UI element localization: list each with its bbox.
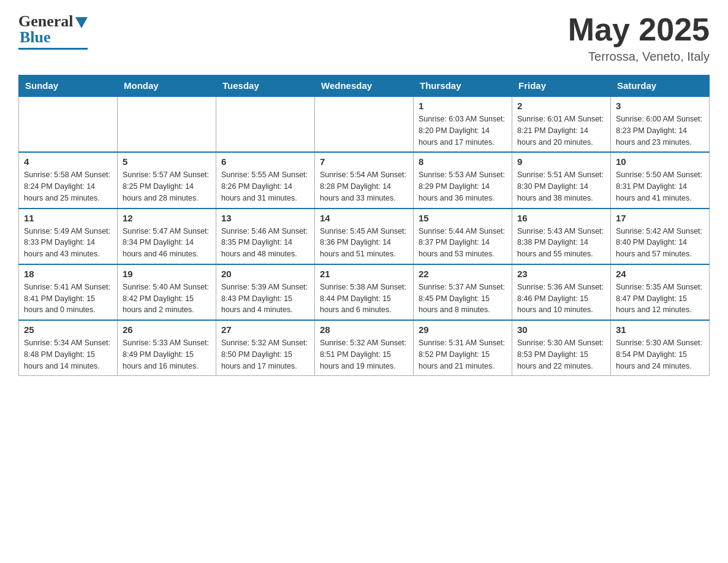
day-info: Sunrise: 5:40 AM Sunset: 8:42 PM Dayligh…: [123, 282, 211, 316]
day-number: 11: [24, 213, 112, 223]
calendar-cell: 13Sunrise: 5:46 AM Sunset: 8:35 PM Dayli…: [216, 209, 315, 264]
calendar-cell: 5Sunrise: 5:57 AM Sunset: 8:25 PM Daylig…: [118, 152, 216, 208]
day-number: 20: [221, 269, 309, 279]
weekday-header-saturday: Saturday: [611, 75, 710, 97]
calendar-cell: [118, 96, 216, 152]
day-number: 17: [616, 213, 704, 223]
calendar-header-row: SundayMondayTuesdayWednesdayThursdayFrid…: [19, 75, 710, 97]
day-info: Sunrise: 5:45 AM Sunset: 8:36 PM Dayligh…: [320, 226, 408, 260]
day-number: 30: [517, 324, 605, 335]
calendar-week-row: 11Sunrise: 5:49 AM Sunset: 8:33 PM Dayli…: [19, 209, 710, 264]
calendar-cell: 23Sunrise: 5:36 AM Sunset: 8:46 PM Dayli…: [512, 264, 611, 320]
day-info: Sunrise: 5:47 AM Sunset: 8:34 PM Dayligh…: [123, 226, 211, 260]
day-number: 15: [419, 213, 507, 223]
weekday-header-monday: Monday: [118, 75, 216, 97]
day-number: 7: [320, 156, 408, 167]
calendar-cell: 25Sunrise: 5:34 AM Sunset: 8:48 PM Dayli…: [19, 320, 118, 376]
weekday-header-tuesday: Tuesday: [216, 75, 315, 97]
day-info: Sunrise: 5:41 AM Sunset: 8:41 PM Dayligh…: [24, 282, 112, 316]
day-number: 16: [517, 213, 605, 223]
day-number: 31: [616, 324, 704, 335]
logo-text-blue: Blue: [20, 28, 51, 47]
day-info: Sunrise: 5:30 AM Sunset: 8:54 PM Dayligh…: [616, 337, 704, 372]
day-number: 9: [517, 156, 605, 167]
calendar-cell: 26Sunrise: 5:33 AM Sunset: 8:49 PM Dayli…: [118, 320, 216, 376]
calendar-cell: [19, 96, 118, 152]
day-info: Sunrise: 5:32 AM Sunset: 8:50 PM Dayligh…: [221, 337, 309, 372]
day-info: Sunrise: 5:34 AM Sunset: 8:48 PM Dayligh…: [24, 337, 112, 372]
day-info: Sunrise: 5:38 AM Sunset: 8:44 PM Dayligh…: [320, 282, 408, 316]
calendar-cell: 27Sunrise: 5:32 AM Sunset: 8:50 PM Dayli…: [216, 320, 315, 376]
day-number: 2: [517, 101, 605, 111]
day-info: Sunrise: 5:51 AM Sunset: 8:30 PM Dayligh…: [517, 169, 605, 204]
day-info: Sunrise: 5:58 AM Sunset: 8:24 PM Dayligh…: [24, 169, 112, 204]
calendar-cell: 24Sunrise: 5:35 AM Sunset: 8:47 PM Dayli…: [611, 264, 710, 320]
weekday-header-thursday: Thursday: [414, 75, 512, 97]
weekday-header-friday: Friday: [512, 75, 611, 97]
day-info: Sunrise: 6:00 AM Sunset: 8:23 PM Dayligh…: [616, 113, 704, 148]
logo: General Blue: [18, 12, 88, 50]
title-location: Terrossa, Veneto, Italy: [568, 50, 710, 64]
day-info: Sunrise: 5:46 AM Sunset: 8:35 PM Dayligh…: [221, 226, 309, 260]
calendar-cell: 1Sunrise: 6:03 AM Sunset: 8:20 PM Daylig…: [414, 96, 512, 152]
calendar-week-row: 18Sunrise: 5:41 AM Sunset: 8:41 PM Dayli…: [19, 264, 710, 320]
day-number: 5: [123, 156, 211, 167]
calendar-cell: 31Sunrise: 5:30 AM Sunset: 8:54 PM Dayli…: [611, 320, 710, 376]
calendar-cell: 19Sunrise: 5:40 AM Sunset: 8:42 PM Dayli…: [118, 264, 216, 320]
day-number: 26: [123, 324, 211, 335]
calendar-cell: 29Sunrise: 5:31 AM Sunset: 8:52 PM Dayli…: [414, 320, 512, 376]
day-info: Sunrise: 5:31 AM Sunset: 8:52 PM Dayligh…: [419, 337, 507, 372]
calendar-cell: 9Sunrise: 5:51 AM Sunset: 8:30 PM Daylig…: [512, 152, 611, 208]
day-info: Sunrise: 6:03 AM Sunset: 8:20 PM Dayligh…: [419, 113, 507, 148]
day-info: Sunrise: 5:44 AM Sunset: 8:37 PM Dayligh…: [419, 226, 507, 260]
calendar-cell: 6Sunrise: 5:55 AM Sunset: 8:26 PM Daylig…: [216, 152, 315, 208]
page-header: General Blue May 2025 Terrossa, Veneto, …: [18, 12, 710, 64]
calendar-cell: 30Sunrise: 5:30 AM Sunset: 8:53 PM Dayli…: [512, 320, 611, 376]
day-number: 29: [419, 324, 507, 335]
day-number: 27: [221, 324, 309, 335]
day-number: 14: [320, 213, 408, 223]
calendar-cell: 28Sunrise: 5:32 AM Sunset: 8:51 PM Dayli…: [315, 320, 414, 376]
calendar-cell: 10Sunrise: 5:50 AM Sunset: 8:31 PM Dayli…: [611, 152, 710, 208]
day-info: Sunrise: 5:36 AM Sunset: 8:46 PM Dayligh…: [517, 282, 605, 316]
day-info: Sunrise: 5:37 AM Sunset: 8:45 PM Dayligh…: [419, 282, 507, 316]
calendar-table: SundayMondayTuesdayWednesdayThursdayFrid…: [18, 75, 710, 376]
logo-underline: [18, 48, 88, 50]
day-number: 12: [123, 213, 211, 223]
day-number: 25: [24, 324, 112, 335]
calendar-week-row: 1Sunrise: 6:03 AM Sunset: 8:20 PM Daylig…: [19, 96, 710, 152]
day-info: Sunrise: 5:50 AM Sunset: 8:31 PM Dayligh…: [616, 169, 704, 204]
calendar-cell: 14Sunrise: 5:45 AM Sunset: 8:36 PM Dayli…: [315, 209, 414, 264]
day-number: 23: [517, 269, 605, 279]
day-number: 4: [24, 156, 112, 167]
calendar-cell: 22Sunrise: 5:37 AM Sunset: 8:45 PM Dayli…: [414, 264, 512, 320]
day-number: 10: [616, 156, 704, 167]
day-info: Sunrise: 5:35 AM Sunset: 8:47 PM Dayligh…: [616, 282, 704, 316]
logo-triangle-icon: [75, 17, 88, 28]
day-number: 3: [616, 101, 704, 111]
calendar-cell: 11Sunrise: 5:49 AM Sunset: 8:33 PM Dayli…: [19, 209, 118, 264]
day-number: 8: [419, 156, 507, 167]
calendar-cell: 7Sunrise: 5:54 AM Sunset: 8:28 PM Daylig…: [315, 152, 414, 208]
day-info: Sunrise: 5:42 AM Sunset: 8:40 PM Dayligh…: [616, 226, 704, 260]
calendar-cell: 3Sunrise: 6:00 AM Sunset: 8:23 PM Daylig…: [611, 96, 710, 152]
title-area: May 2025 Terrossa, Veneto, Italy: [568, 12, 710, 64]
calendar-cell: 8Sunrise: 5:53 AM Sunset: 8:29 PM Daylig…: [414, 152, 512, 208]
day-number: 13: [221, 213, 309, 223]
calendar-week-row: 25Sunrise: 5:34 AM Sunset: 8:48 PM Dayli…: [19, 320, 710, 376]
day-info: Sunrise: 5:54 AM Sunset: 8:28 PM Dayligh…: [320, 169, 408, 204]
day-number: 22: [419, 269, 507, 279]
calendar-cell: [216, 96, 315, 152]
day-number: 19: [123, 269, 211, 279]
day-info: Sunrise: 5:33 AM Sunset: 8:49 PM Dayligh…: [123, 337, 211, 372]
day-number: 6: [221, 156, 309, 167]
day-number: 28: [320, 324, 408, 335]
day-info: Sunrise: 5:30 AM Sunset: 8:53 PM Dayligh…: [517, 337, 605, 372]
calendar-cell: 4Sunrise: 5:58 AM Sunset: 8:24 PM Daylig…: [19, 152, 118, 208]
day-info: Sunrise: 5:53 AM Sunset: 8:29 PM Dayligh…: [419, 169, 507, 204]
day-info: Sunrise: 5:32 AM Sunset: 8:51 PM Dayligh…: [320, 337, 408, 372]
weekday-header-wednesday: Wednesday: [315, 75, 414, 97]
calendar-cell: 12Sunrise: 5:47 AM Sunset: 8:34 PM Dayli…: [118, 209, 216, 264]
day-info: Sunrise: 5:39 AM Sunset: 8:43 PM Dayligh…: [221, 282, 309, 316]
day-number: 18: [24, 269, 112, 279]
